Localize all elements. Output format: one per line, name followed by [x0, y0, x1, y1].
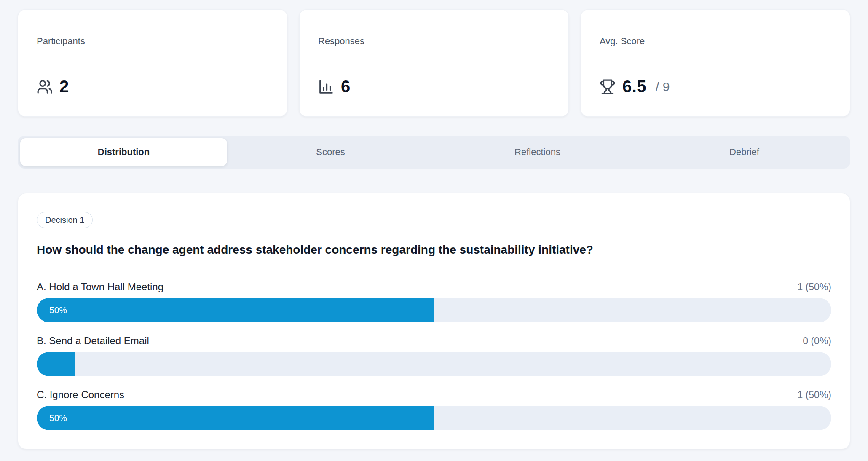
participants-value: 2: [59, 77, 69, 96]
tab-reflections[interactable]: Reflections: [434, 138, 641, 166]
option-row-c: C. Ignore Concerns 1 (50%) 50%: [37, 389, 831, 430]
option-label: C. Ignore Concerns: [37, 389, 124, 401]
decision-badge: Decision 1: [37, 212, 93, 228]
distribution-panel: Decision 1 How should the change agent a…: [18, 193, 850, 449]
option-count: 1 (50%): [797, 389, 831, 401]
participants-card: Participants 2: [18, 9, 287, 117]
participants-label: Participants: [37, 36, 268, 47]
dashboard-page: Participants 2 Responses 6 Avg. Score: [0, 0, 868, 461]
option-bar-fill: [37, 352, 75, 376]
option-row-b: B. Send a Detailed Email 0 (0%): [37, 335, 831, 376]
avg-score-card: Avg. Score 6.5 / 9: [581, 9, 850, 117]
responses-value: 6: [341, 77, 351, 96]
trophy-icon: [600, 79, 616, 95]
option-bar-percent: 50%: [37, 305, 67, 315]
tab-debrief[interactable]: Debrief: [641, 138, 848, 166]
option-bar-percent: 50%: [37, 413, 67, 423]
option-bar-fill: 50%: [37, 298, 434, 322]
stats-row: Participants 2 Responses 6 Avg. Score: [18, 9, 850, 117]
tabbar: Distribution Scores Reflections Debrief: [18, 136, 850, 169]
question-title: How should the change agent address stak…: [37, 243, 831, 257]
bar-chart-icon: [318, 79, 334, 95]
responses-card: Responses 6: [299, 9, 569, 117]
avg-score-value: 6.5: [622, 77, 646, 96]
option-bar-fill: 50%: [37, 406, 434, 430]
option-count: 0 (0%): [803, 335, 831, 347]
option-bar-track: [37, 352, 831, 376]
option-label: A. Hold a Town Hall Meeting: [37, 281, 163, 293]
option-count: 1 (50%): [797, 281, 831, 293]
option-row-a: A. Hold a Town Hall Meeting 1 (50%) 50%: [37, 281, 831, 322]
responses-label: Responses: [318, 36, 550, 47]
tab-scores[interactable]: Scores: [227, 138, 434, 166]
option-bar-track: 50%: [37, 298, 831, 322]
option-label: B. Send a Detailed Email: [37, 335, 149, 347]
avg-score-max: / 9: [656, 80, 670, 94]
users-icon: [37, 79, 53, 95]
option-bar-track: 50%: [37, 406, 831, 430]
tab-distribution[interactable]: Distribution: [20, 138, 227, 166]
options-list: A. Hold a Town Hall Meeting 1 (50%) 50% …: [37, 281, 831, 430]
avg-score-label: Avg. Score: [600, 36, 831, 47]
